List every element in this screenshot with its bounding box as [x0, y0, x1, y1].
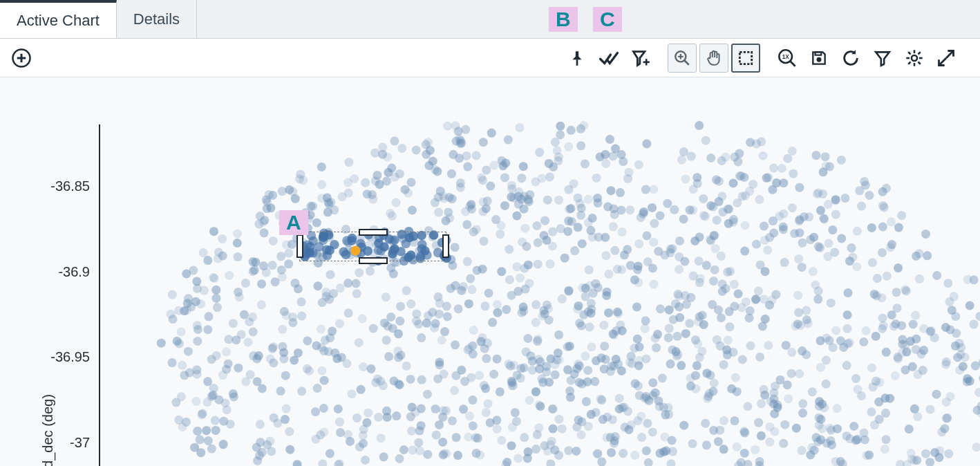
svg-point-754: [246, 370, 255, 379]
svg-point-1318: [705, 389, 714, 398]
svg-point-1190: [423, 450, 432, 459]
selection-handle-top[interactable]: [359, 229, 388, 236]
svg-point-872: [469, 227, 478, 236]
svg-point-1326: [468, 395, 477, 404]
svg-point-923: [731, 153, 739, 162]
svg-point-1317: [203, 377, 212, 386]
svg-point-220: [878, 314, 887, 323]
svg-point-1298: [434, 292, 443, 301]
svg-point-1350: [923, 251, 932, 260]
scatter-chart[interactable]: -36.85 -36.9 -36.95 -37 d_dec (deg) A: [0, 77, 980, 466]
svg-point-437: [585, 323, 594, 332]
svg-point-578: [336, 283, 345, 292]
svg-point-64: [764, 341, 773, 350]
svg-point-238: [816, 363, 825, 372]
svg-point-1088: [237, 330, 246, 339]
svg-point-930: [497, 436, 506, 445]
funnel-plus-icon: [631, 48, 650, 68]
svg-point-1353: [760, 295, 769, 304]
svg-point-957: [882, 435, 891, 444]
save-button[interactable]: [804, 44, 833, 73]
svg-point-975: [575, 378, 584, 387]
svg-point-1271: [512, 212, 521, 221]
svg-point-1165: [883, 272, 892, 281]
selection-handle-left[interactable]: [296, 234, 303, 258]
svg-point-1329: [881, 409, 890, 418]
svg-point-1322: [901, 285, 910, 294]
svg-point-1180: [343, 279, 352, 288]
svg-point-1040: [285, 445, 294, 454]
selection-handle-right[interactable]: [442, 234, 449, 258]
svg-point-824: [679, 214, 688, 223]
zoom-in-button[interactable]: [668, 44, 697, 73]
svg-point-1222: [911, 311, 920, 320]
expand-button[interactable]: [932, 44, 961, 73]
svg-point-315: [943, 413, 952, 422]
svg-point-705: [482, 408, 491, 417]
svg-point-1366: [312, 341, 321, 350]
svg-point-1196: [668, 436, 677, 445]
svg-point-1052: [701, 136, 710, 145]
save-icon: [810, 49, 828, 67]
svg-point-1359: [171, 398, 180, 407]
pan-button[interactable]: [699, 44, 728, 73]
svg-point-1130: [544, 304, 553, 313]
svg-line-22: [918, 62, 920, 64]
svg-point-992: [770, 395, 779, 404]
svg-point-1306: [910, 456, 918, 465]
selection-box[interactable]: [299, 232, 447, 261]
svg-point-868: [508, 378, 517, 387]
svg-point-291: [599, 321, 608, 330]
svg-point-988: [532, 221, 541, 230]
svg-point-50: [472, 151, 481, 160]
svg-point-1016: [574, 223, 583, 232]
svg-point-808: [459, 404, 468, 413]
zoom-reset-button[interactable]: 1X: [773, 44, 802, 73]
svg-point-959: [604, 270, 613, 279]
plot-svg: [0, 77, 980, 466]
tab-details[interactable]: Details: [117, 0, 197, 38]
svg-line-12: [791, 61, 795, 66]
select-all-button[interactable]: [594, 44, 623, 73]
svg-point-603: [303, 336, 312, 345]
hand-icon: [705, 49, 723, 67]
add-filter-button[interactable]: [626, 44, 655, 73]
selection-handle-bottom[interactable]: [359, 257, 388, 264]
tab-active-chart[interactable]: Active Chart: [0, 0, 117, 38]
svg-point-1159: [558, 295, 567, 304]
svg-point-1179: [534, 335, 543, 344]
svg-point-173: [763, 245, 772, 254]
svg-point-436: [604, 308, 613, 317]
svg-point-1237: [887, 240, 896, 249]
svg-point-341: [641, 185, 650, 194]
svg-point-561: [204, 436, 213, 445]
svg-point-1333: [706, 153, 715, 162]
svg-point-866: [371, 176, 380, 185]
add-chart-button[interactable]: [7, 44, 36, 73]
svg-point-1305: [384, 168, 393, 177]
svg-point-1085: [325, 295, 334, 304]
svg-point-944: [686, 293, 695, 302]
svg-point-634: [897, 211, 906, 220]
box-select-button[interactable]: [731, 44, 760, 73]
settings-button[interactable]: [900, 44, 929, 73]
svg-point-1216: [517, 174, 526, 183]
svg-point-1251: [218, 371, 227, 380]
pin-button[interactable]: [563, 44, 592, 73]
svg-point-1106: [688, 439, 697, 448]
svg-point-1287: [615, 404, 624, 413]
svg-point-625: [534, 424, 543, 433]
svg-point-739: [468, 285, 477, 294]
svg-point-668: [357, 385, 366, 394]
svg-point-600: [637, 412, 646, 421]
svg-rect-10: [739, 52, 751, 64]
svg-point-1079: [717, 252, 726, 261]
filter-button[interactable]: [868, 44, 897, 73]
svg-point-1149: [254, 351, 263, 360]
svg-point-950: [565, 342, 574, 351]
svg-point-252: [502, 305, 511, 314]
reload-button[interactable]: [836, 44, 865, 73]
svg-point-335: [905, 425, 914, 434]
svg-point-1384: [256, 438, 265, 447]
svg-point-1010: [193, 321, 202, 330]
